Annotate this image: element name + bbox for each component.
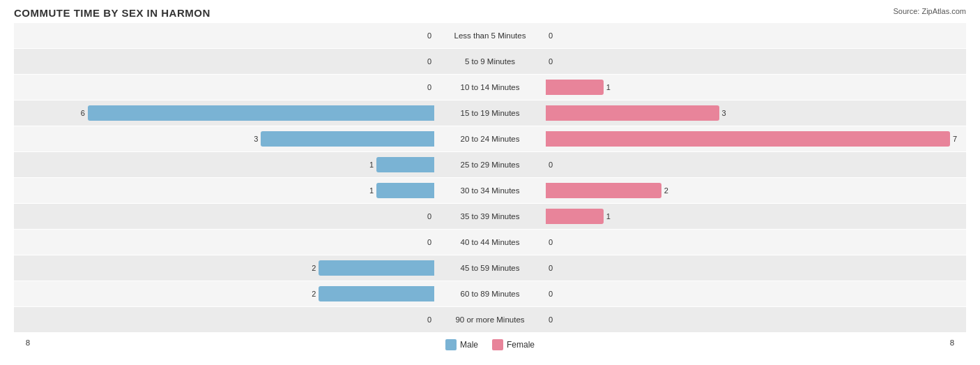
row-label: 35 to 39 Minutes bbox=[434, 212, 546, 221]
axis-right: 8 bbox=[945, 338, 959, 347]
female-value: 0 bbox=[549, 238, 553, 246]
male-value: 0 bbox=[427, 238, 431, 246]
chart-area: 0 Less than 5 Minutes 0 0 5 to 9 Minutes… bbox=[14, 23, 966, 332]
right-side: 0 bbox=[546, 23, 966, 48]
left-side: 3 bbox=[14, 126, 434, 151]
legend-female: Female bbox=[492, 339, 535, 350]
left-side: 6 bbox=[14, 100, 434, 126]
left-side: 2 bbox=[14, 255, 434, 281]
male-value: 0 bbox=[427, 315, 431, 324]
row-label: Less than 5 Minutes bbox=[434, 31, 546, 40]
row-label: 5 to 9 Minutes bbox=[434, 57, 546, 66]
female-value: 0 bbox=[549, 161, 553, 169]
chart-title: COMMUTE TIME BY SEX IN HARMON bbox=[14, 7, 966, 19]
female-value: 1 bbox=[606, 212, 611, 221]
female-value: 0 bbox=[549, 290, 553, 298]
male-value: 1 bbox=[369, 161, 374, 169]
row-label: 20 to 24 Minutes bbox=[434, 135, 546, 143]
female-value: 3 bbox=[722, 109, 726, 117]
male-value: 2 bbox=[312, 290, 316, 298]
bar-male: 2 bbox=[319, 260, 434, 276]
chart-row: 3 20 to 24 Minutes 7 bbox=[14, 126, 966, 151]
row-label: 40 to 44 Minutes bbox=[434, 238, 546, 246]
male-value: 1 bbox=[369, 186, 374, 195]
bar-female: 7 bbox=[546, 131, 950, 147]
row-label: 15 to 19 Minutes bbox=[434, 109, 546, 117]
male-value: 3 bbox=[254, 135, 258, 143]
male-value: 0 bbox=[427, 83, 431, 91]
female-value: 1 bbox=[606, 83, 611, 91]
bar-female: 1 bbox=[546, 209, 604, 224]
bottom-area: 8 Male Female 8 bbox=[14, 335, 966, 350]
legend-female-label: Female bbox=[507, 340, 535, 350]
left-side: 0 bbox=[14, 49, 434, 74]
chart-container: COMMUTE TIME BY SEX IN HARMON Source: Zi… bbox=[0, 0, 980, 365]
left-side: 1 bbox=[14, 152, 434, 177]
bar-male: 2 bbox=[319, 286, 434, 301]
legend-female-box bbox=[492, 339, 503, 350]
bar-female: 2 bbox=[546, 183, 661, 198]
chart-row: 0 40 to 44 Minutes 0 bbox=[14, 230, 966, 255]
right-side: 0 bbox=[546, 49, 966, 74]
source-label: Source: ZipAtlas.com bbox=[893, 7, 966, 15]
row-label: 90 or more Minutes bbox=[434, 315, 546, 324]
female-value: 0 bbox=[549, 31, 553, 40]
left-side: 0 bbox=[14, 230, 434, 255]
row-label: 10 to 14 Minutes bbox=[434, 83, 546, 91]
right-side: 0 bbox=[546, 230, 966, 255]
row-label: 60 to 89 Minutes bbox=[434, 290, 546, 298]
right-side: 1 bbox=[546, 204, 966, 229]
row-label: 25 to 29 Minutes bbox=[434, 161, 546, 169]
legend-male-box bbox=[445, 339, 457, 350]
chart-row: 0 90 or more Minutes 0 bbox=[14, 307, 966, 332]
chart-row: 0 10 to 14 Minutes 1 bbox=[14, 75, 966, 100]
right-side: 7 bbox=[546, 126, 966, 151]
right-side: 1 bbox=[546, 75, 966, 100]
right-side: 2 bbox=[546, 178, 966, 203]
left-side: 0 bbox=[14, 23, 434, 48]
right-side: 3 bbox=[546, 100, 966, 126]
male-value: 6 bbox=[81, 109, 85, 117]
left-side: 0 bbox=[14, 75, 434, 100]
right-side: 0 bbox=[546, 307, 966, 332]
chart-row: 0 35 to 39 Minutes 1 bbox=[14, 204, 966, 229]
female-value: 2 bbox=[664, 186, 668, 195]
female-value: 0 bbox=[549, 57, 553, 66]
chart-row: 0 5 to 9 Minutes 0 bbox=[14, 49, 966, 74]
chart-row: 0 Less than 5 Minutes 0 bbox=[14, 23, 966, 48]
chart-row: 2 60 to 89 Minutes 0 bbox=[14, 281, 966, 306]
legend-male: Male bbox=[445, 339, 478, 350]
female-value: 7 bbox=[953, 135, 957, 143]
chart-row: 1 30 to 34 Minutes 2 bbox=[14, 178, 966, 203]
right-side: 0 bbox=[546, 281, 966, 306]
bar-male: 1 bbox=[376, 157, 434, 172]
bar-female: 1 bbox=[546, 80, 604, 95]
chart-row: 1 25 to 29 Minutes 0 bbox=[14, 152, 966, 177]
bar-male: 6 bbox=[88, 105, 434, 121]
male-value: 2 bbox=[312, 264, 316, 272]
left-side: 0 bbox=[14, 204, 434, 229]
chart-row: 2 45 to 59 Minutes 0 bbox=[14, 255, 966, 281]
left-side: 1 bbox=[14, 178, 434, 203]
bar-female: 3 bbox=[546, 105, 719, 121]
row-label: 30 to 34 Minutes bbox=[434, 186, 546, 195]
left-side: 0 bbox=[14, 307, 434, 332]
male-value: 0 bbox=[427, 31, 431, 40]
female-value: 0 bbox=[549, 315, 553, 324]
right-side: 0 bbox=[546, 152, 966, 177]
legend: Male Female bbox=[445, 339, 535, 350]
male-value: 0 bbox=[427, 212, 431, 221]
axis-left: 8 bbox=[21, 338, 35, 347]
bar-male: 1 bbox=[376, 183, 434, 198]
legend-male-label: Male bbox=[460, 340, 478, 350]
row-label: 45 to 59 Minutes bbox=[434, 264, 546, 272]
left-side: 2 bbox=[14, 281, 434, 306]
female-value: 0 bbox=[549, 264, 553, 272]
bar-male: 3 bbox=[261, 131, 434, 147]
right-side: 0 bbox=[546, 255, 966, 281]
male-value: 0 bbox=[427, 57, 431, 66]
chart-row: 6 15 to 19 Minutes 3 bbox=[14, 100, 966, 126]
